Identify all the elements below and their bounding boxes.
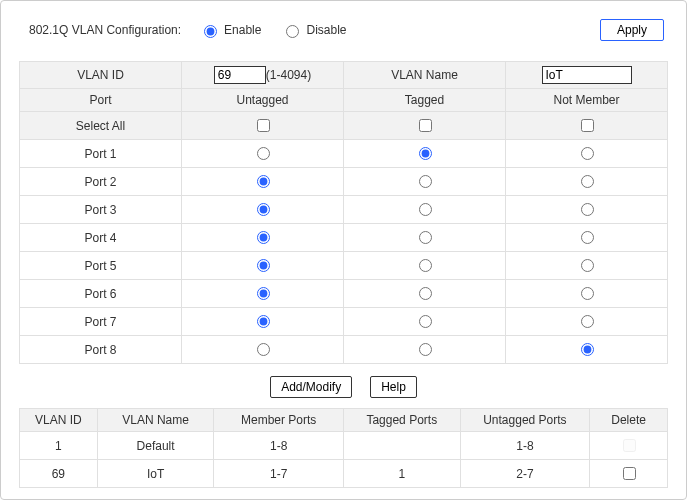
vlan-row-delete-cell (590, 432, 668, 460)
port-label: Port 4 (20, 224, 182, 252)
vlan-row-name: Default (97, 432, 214, 460)
port-tagged-radio[interactable] (419, 203, 432, 216)
port-untagged-cell (182, 168, 344, 196)
port-label: Port 2 (20, 168, 182, 196)
port-tagged-cell (344, 252, 506, 280)
help-button[interactable]: Help (370, 376, 417, 398)
port-row: Port 6 (20, 280, 668, 308)
member-untagged-header: Untagged Ports (460, 409, 590, 432)
port-tagged-radio[interactable] (419, 287, 432, 300)
select-all-notmember-checkbox[interactable] (581, 119, 594, 132)
member-vlan-id-header: VLAN ID (20, 409, 98, 432)
member-delete-header: Delete (590, 409, 668, 432)
vlan-row-delete-checkbox (623, 439, 636, 452)
vlan-row-id: 69 (20, 460, 98, 488)
port-untagged-radio[interactable] (257, 147, 270, 160)
port-label: Port 8 (20, 336, 182, 364)
port-notmember-radio[interactable] (581, 343, 594, 356)
port-row: Port 8 (20, 336, 668, 364)
member-vlan-name-header: VLAN Name (97, 409, 214, 432)
port-untagged-cell (182, 336, 344, 364)
add-modify-button[interactable]: Add/Modify (270, 376, 352, 398)
port-notmember-cell (506, 168, 668, 196)
vlan-row-id: 1 (20, 432, 98, 460)
port-untagged-radio[interactable] (257, 231, 270, 244)
port-label: Port 3 (20, 196, 182, 224)
vlan-row-name: IoT (97, 460, 214, 488)
port-row: Port 5 (20, 252, 668, 280)
disable-radio[interactable] (286, 25, 299, 38)
enable-radio-item[interactable]: Enable (199, 22, 261, 38)
vlan-id-range: (1-4094) (266, 68, 311, 82)
vlan-name-header: VLAN Name (344, 62, 506, 89)
select-all-notmember-cell (506, 112, 668, 140)
port-tagged-radio[interactable] (419, 175, 432, 188)
port-notmember-cell (506, 308, 668, 336)
vlan-row-member-ports: 1-8 (214, 432, 344, 460)
select-all-label: Select All (20, 112, 182, 140)
port-notmember-cell (506, 140, 668, 168)
port-tagged-radio[interactable] (419, 315, 432, 328)
config-label: 802.1Q VLAN Configuration: (29, 23, 181, 37)
select-all-tagged-checkbox[interactable] (419, 119, 432, 132)
port-notmember-radio[interactable] (581, 315, 594, 328)
apply-button[interactable]: Apply (600, 19, 664, 41)
member-tagged-header: Tagged Ports (343, 409, 460, 432)
port-row: Port 2 (20, 168, 668, 196)
port-untagged-radio[interactable] (257, 315, 270, 328)
port-untagged-radio[interactable] (257, 343, 270, 356)
vlan-row-untagged-ports: 1-8 (460, 432, 590, 460)
port-untagged-cell (182, 140, 344, 168)
vlan-id-cell: (1-4094) (182, 62, 344, 89)
untagged-col-header: Untagged (182, 89, 344, 112)
port-untagged-cell (182, 308, 344, 336)
port-untagged-radio[interactable] (257, 259, 270, 272)
enable-disable-radio-group: Enable Disable (199, 22, 346, 38)
select-all-untagged-checkbox[interactable] (257, 119, 270, 132)
port-notmember-radio[interactable] (581, 259, 594, 272)
port-tagged-cell (344, 224, 506, 252)
vlan-id-input[interactable] (214, 66, 266, 84)
vlan-row-delete-checkbox[interactable] (623, 467, 636, 480)
port-untagged-cell (182, 224, 344, 252)
port-notmember-cell (506, 280, 668, 308)
member-ports-header: Member Ports (214, 409, 344, 432)
port-notmember-cell (506, 224, 668, 252)
enable-radio-label: Enable (224, 23, 261, 37)
vlan-config-panel: 802.1Q VLAN Configuration: Enable Disabl… (0, 0, 687, 500)
port-label: Port 1 (20, 140, 182, 168)
port-row: Port 7 (20, 308, 668, 336)
tagged-col-header: Tagged (344, 89, 506, 112)
port-notmember-cell (506, 196, 668, 224)
notmember-col-header: Not Member (506, 89, 668, 112)
select-all-tagged-cell (344, 112, 506, 140)
port-notmember-radio[interactable] (581, 203, 594, 216)
port-untagged-radio[interactable] (257, 175, 270, 188)
port-label: Port 7 (20, 308, 182, 336)
port-row: Port 4 (20, 224, 668, 252)
enable-radio[interactable] (204, 25, 217, 38)
port-tagged-cell (344, 168, 506, 196)
port-notmember-radio[interactable] (581, 287, 594, 300)
port-label: Port 6 (20, 280, 182, 308)
port-config-table: VLAN ID (1-4094) VLAN Name Port Untagged… (19, 61, 668, 364)
port-tagged-radio[interactable] (419, 147, 432, 160)
port-notmember-radio[interactable] (581, 147, 594, 160)
port-tagged-cell (344, 280, 506, 308)
port-untagged-radio[interactable] (257, 287, 270, 300)
port-untagged-cell (182, 280, 344, 308)
port-tagged-cell (344, 196, 506, 224)
port-notmember-radio[interactable] (581, 231, 594, 244)
port-untagged-radio[interactable] (257, 203, 270, 216)
port-notmember-radio[interactable] (581, 175, 594, 188)
vlan-id-header: VLAN ID (20, 62, 182, 89)
vlan-row-member-ports: 1-7 (214, 460, 344, 488)
disable-radio-item[interactable]: Disable (281, 22, 346, 38)
port-tagged-cell (344, 336, 506, 364)
vlan-name-cell (506, 62, 668, 89)
port-tagged-radio[interactable] (419, 231, 432, 244)
vlan-row-tagged-ports: 1 (343, 460, 460, 488)
vlan-name-input[interactable] (542, 66, 632, 84)
port-tagged-radio[interactable] (419, 343, 432, 356)
port-tagged-radio[interactable] (419, 259, 432, 272)
